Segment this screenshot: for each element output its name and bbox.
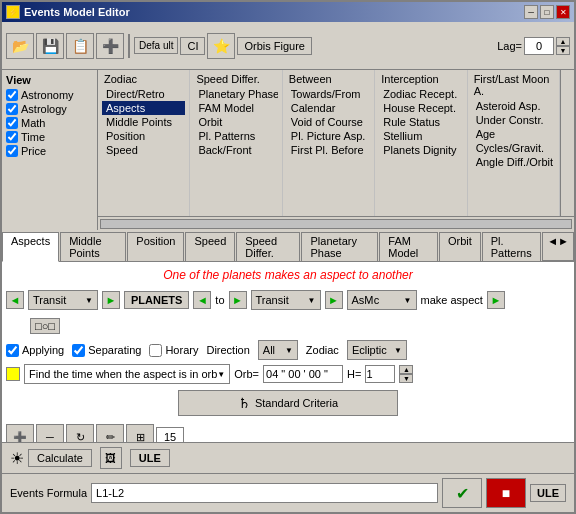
ule-button[interactable]: ULE bbox=[130, 449, 170, 467]
transit-dropdown-1[interactable]: Transit ▼ bbox=[28, 290, 98, 310]
tree-item-planets-dignity[interactable]: Planets Dignity bbox=[379, 143, 462, 157]
lag-up-button[interactable]: ▲ bbox=[556, 37, 570, 46]
tree-item-house-recept[interactable]: House Recept. bbox=[379, 101, 462, 115]
add-button[interactable]: ➕ bbox=[96, 33, 124, 59]
tree-item-orbit[interactable]: Orbit bbox=[194, 115, 277, 129]
sidebar-item-price[interactable]: Price bbox=[4, 144, 95, 158]
tree-item-age[interactable]: Age bbox=[472, 127, 555, 141]
sidebar-item-astronomy[interactable]: Astronomy bbox=[4, 88, 95, 102]
astronomy-checkbox[interactable] bbox=[6, 89, 18, 101]
tree-item-angle-diff-orbit[interactable]: Angle Diff./Orbit bbox=[472, 155, 555, 169]
math-checkbox[interactable] bbox=[6, 117, 18, 129]
calculate-button[interactable]: Calculate bbox=[28, 449, 92, 467]
tree-item-position[interactable]: Position bbox=[102, 129, 185, 143]
tab-aspects[interactable]: Aspects bbox=[2, 232, 59, 262]
tree-item-cycles-gravit[interactable]: Cycles/Gravit. bbox=[472, 141, 555, 155]
sidebar-item-astrology[interactable]: Astrology bbox=[4, 102, 95, 116]
close-button[interactable]: ✕ bbox=[556, 5, 570, 19]
next-button-2[interactable]: ► bbox=[325, 291, 343, 309]
minimize-button[interactable]: ─ bbox=[524, 5, 538, 19]
star-button[interactable]: ⭐ bbox=[207, 33, 235, 59]
tab-position[interactable]: Position bbox=[127, 232, 184, 261]
tab-speed-differ[interactable]: Speed Differ. bbox=[236, 232, 300, 261]
maximize-button[interactable]: □ bbox=[540, 5, 554, 19]
tree-item-speed[interactable]: Speed bbox=[102, 143, 185, 157]
default-button[interactable]: Defa ult bbox=[134, 37, 178, 54]
tree-item-direct-retro[interactable]: Direct/Retro bbox=[102, 87, 185, 101]
toolbar-separator bbox=[128, 34, 130, 58]
num-input[interactable] bbox=[156, 427, 184, 442]
tree-item-calendar[interactable]: Calendar bbox=[287, 101, 370, 115]
next-button-1[interactable]: ► bbox=[102, 291, 120, 309]
tree-item-asteroid-asp[interactable]: Asteroid Asp. bbox=[472, 99, 555, 113]
save-button[interactable]: 💾 bbox=[36, 33, 64, 59]
standard-criteria-button[interactable]: ♄ Standard Criteria bbox=[178, 390, 398, 416]
ci-button[interactable]: CI bbox=[180, 37, 205, 55]
price-checkbox[interactable] bbox=[6, 145, 18, 157]
tree-item-rule-status[interactable]: Rule Status bbox=[379, 115, 462, 129]
horizontal-scrollbar[interactable] bbox=[98, 216, 574, 230]
ok-button[interactable]: ✔ bbox=[442, 478, 482, 508]
cancel-button[interactable]: ■ bbox=[486, 478, 526, 508]
h-spinner: ▲ ▼ bbox=[399, 365, 413, 383]
asmc-dropdown[interactable]: AsМс ▼ bbox=[347, 290, 417, 310]
tree-item-void-of-course[interactable]: Void of Course bbox=[287, 115, 370, 129]
tree-item-aspects[interactable]: Aspects bbox=[102, 101, 185, 115]
tab-fam-model[interactable]: FAM Model bbox=[379, 232, 438, 261]
refresh-button[interactable]: ↻ bbox=[66, 424, 94, 442]
prev-button-2[interactable]: ◄ bbox=[193, 291, 211, 309]
find-dropdown[interactable]: Find the time when the aspect is in orb … bbox=[24, 364, 230, 384]
time-checkbox[interactable] bbox=[6, 131, 18, 143]
image-button[interactable]: 🖼 bbox=[100, 447, 122, 469]
open-button[interactable]: 📂 bbox=[6, 33, 34, 59]
copy-button[interactable]: 📋 bbox=[66, 33, 94, 59]
transit-dropdown-2[interactable]: Transit ▼ bbox=[251, 290, 321, 310]
tree-item-towards-from[interactable]: Towards/From bbox=[287, 87, 370, 101]
tree-item-stellium[interactable]: Stellium bbox=[379, 129, 462, 143]
h-down-button[interactable]: ▼ bbox=[399, 374, 413, 383]
applying-checkbox-label[interactable]: Applying bbox=[6, 344, 64, 357]
tab-speed[interactable]: Speed bbox=[185, 232, 235, 261]
vertical-scrollbar[interactable] bbox=[560, 70, 574, 216]
hscroll-track[interactable] bbox=[100, 219, 572, 229]
tree-item-pl-patterns[interactable]: Pl. Patterns bbox=[194, 129, 277, 143]
tree-item-first-pl-before[interactable]: First Pl. Before bbox=[287, 143, 370, 157]
tree-item-pl-picture-asp[interactable]: Pl. Picture Asp. bbox=[287, 129, 370, 143]
status-ule-button[interactable]: ULE bbox=[530, 484, 566, 502]
remove-line-button[interactable]: ─ bbox=[36, 424, 64, 442]
orb-input[interactable] bbox=[263, 365, 343, 383]
applying-checkbox[interactable] bbox=[6, 344, 19, 357]
tab-middle-points[interactable]: Middle Points bbox=[60, 232, 126, 261]
tab-orbit[interactable]: Orbit bbox=[439, 232, 481, 261]
tab-pl-patterns[interactable]: Pl. Patterns bbox=[482, 232, 541, 261]
tabs-more-button[interactable]: ◄► bbox=[542, 232, 574, 261]
sidebar-item-math[interactable]: Math bbox=[4, 116, 95, 130]
astrology-checkbox[interactable] bbox=[6, 103, 18, 115]
horary-checkbox[interactable] bbox=[149, 344, 162, 357]
next-button-planet[interactable]: ► bbox=[229, 291, 247, 309]
formula-input[interactable] bbox=[91, 483, 438, 503]
add-line-button[interactable]: ➕ bbox=[6, 424, 34, 442]
grid-button[interactable]: ⊞ bbox=[126, 424, 154, 442]
h-up-button[interactable]: ▲ bbox=[399, 365, 413, 374]
tab-planetary-phase[interactable]: Planetary Phase bbox=[301, 232, 378, 261]
next-button-3[interactable]: ► bbox=[487, 291, 505, 309]
h-input[interactable] bbox=[365, 365, 395, 383]
separating-checkbox-label[interactable]: Separating bbox=[72, 344, 141, 357]
prev-button-1[interactable]: ◄ bbox=[6, 291, 24, 309]
zodiac-dropdown[interactable]: Ecliptic ▼ bbox=[347, 340, 407, 360]
edit-button[interactable]: ✏ bbox=[96, 424, 124, 442]
separating-checkbox[interactable] bbox=[72, 344, 85, 357]
tree-item-middle-points[interactable]: Middle Points bbox=[102, 115, 185, 129]
direction-dropdown[interactable]: All ▼ bbox=[258, 340, 298, 360]
orbis-figure-button[interactable]: Orbis Figure bbox=[237, 37, 312, 55]
tree-item-planetary-phase[interactable]: Planetary Phase bbox=[194, 87, 277, 101]
lag-input[interactable] bbox=[524, 37, 554, 55]
tree-item-zodiac-recept[interactable]: Zodiac Recept. bbox=[379, 87, 462, 101]
sidebar-item-time[interactable]: Time bbox=[4, 130, 95, 144]
tree-item-back-front[interactable]: Back/Front bbox=[194, 143, 277, 157]
tree-item-fam-model[interactable]: FAM Model bbox=[194, 101, 277, 115]
tree-item-under-constr[interactable]: Under Constr. bbox=[472, 113, 555, 127]
lag-down-button[interactable]: ▼ bbox=[556, 46, 570, 55]
horary-checkbox-label[interactable]: Horary bbox=[149, 344, 198, 357]
